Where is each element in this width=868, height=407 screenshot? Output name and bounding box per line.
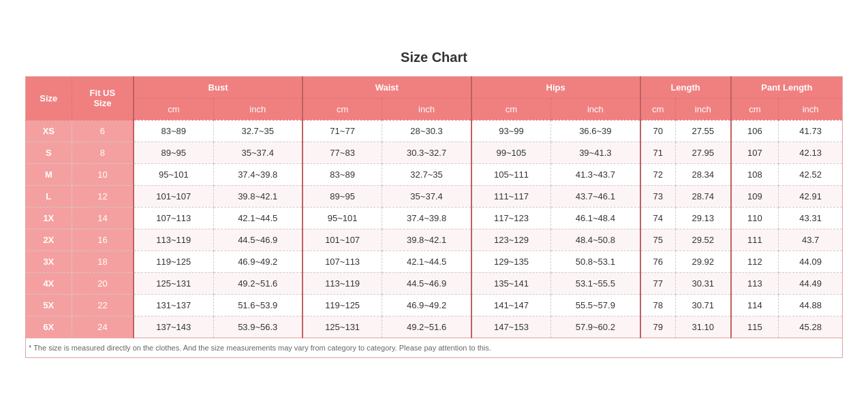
table-cell: 95~101 bbox=[134, 163, 213, 185]
table-cell: 137~143 bbox=[134, 316, 213, 338]
table-cell: 28.34 bbox=[675, 163, 730, 185]
table-cell: 107~113 bbox=[134, 207, 213, 229]
table-cell: 37.4~39.8 bbox=[382, 207, 471, 229]
table-cell: 117~123 bbox=[471, 207, 551, 229]
waist-cm-header: cm bbox=[303, 98, 382, 120]
table-cell: 29.52 bbox=[675, 229, 730, 250]
table-cell: 43.7 bbox=[779, 229, 843, 250]
size-chart-table: Size Fit USSize Bust Waist Hips Length P… bbox=[25, 76, 843, 358]
table-cell: 79 bbox=[640, 316, 676, 338]
table-cell: 20 bbox=[72, 272, 134, 294]
table-cell: 107~113 bbox=[303, 250, 382, 272]
table-cell: 31.10 bbox=[675, 316, 730, 338]
table-cell: 113~119 bbox=[303, 272, 382, 294]
table-cell: 129~135 bbox=[471, 250, 551, 272]
table-cell: 77~83 bbox=[303, 142, 382, 163]
table-cell: 72 bbox=[640, 163, 676, 185]
table-cell: 119~125 bbox=[134, 250, 213, 272]
table-cell: 49.2~51.6 bbox=[213, 272, 303, 294]
table-cell: 43.31 bbox=[779, 207, 843, 229]
table-cell: 3X bbox=[26, 250, 72, 272]
table-cell: 111~117 bbox=[471, 185, 551, 207]
table-cell: 8 bbox=[72, 142, 134, 163]
table-cell: 147~153 bbox=[471, 316, 551, 338]
table-cell: M bbox=[26, 163, 72, 185]
waist-header: Waist bbox=[303, 76, 471, 98]
table-cell: 2X bbox=[26, 229, 72, 250]
table-cell: 75 bbox=[640, 229, 676, 250]
table-cell: 78 bbox=[640, 294, 676, 316]
table-row: 3X18119~12546.9~49.2107~11342.1~44.5129~… bbox=[26, 250, 843, 272]
size-chart-container: Size Chart Size Fit USSize Bust Waist Hi… bbox=[12, 36, 856, 372]
table-cell: 4X bbox=[26, 272, 72, 294]
table-cell: 46.1~48.4 bbox=[551, 207, 640, 229]
table-cell: 106 bbox=[731, 120, 779, 142]
table-cell: 30.71 bbox=[675, 294, 730, 316]
table-row: 1X14107~11342.1~44.595~10137.4~39.8117~1… bbox=[26, 207, 843, 229]
table-cell: 125~131 bbox=[134, 272, 213, 294]
bust-inch-header: inch bbox=[213, 98, 303, 120]
table-cell: 43.7~46.1 bbox=[551, 185, 640, 207]
table-row: 4X20125~13149.2~51.6113~11944.5~46.9135~… bbox=[26, 272, 843, 294]
header-top-row: Size Fit USSize Bust Waist Hips Length P… bbox=[26, 76, 843, 98]
table-cell: 42.91 bbox=[779, 185, 843, 207]
table-cell: 28.74 bbox=[675, 185, 730, 207]
table-cell: 95~101 bbox=[303, 207, 382, 229]
table-cell: 45.28 bbox=[779, 316, 843, 338]
length-inch-header: inch bbox=[675, 98, 730, 120]
table-cell: 74 bbox=[640, 207, 676, 229]
table-cell: S bbox=[26, 142, 72, 163]
table-cell: 42.1~44.5 bbox=[382, 250, 471, 272]
table-cell: XS bbox=[26, 120, 72, 142]
table-row: M1095~10137.4~39.883~8932.7~35105~11141.… bbox=[26, 163, 843, 185]
table-cell: 93~99 bbox=[471, 120, 551, 142]
table-cell: 41.73 bbox=[779, 120, 843, 142]
table-body: XS683~8932.7~3571~7728~30.393~9936.6~397… bbox=[26, 120, 843, 338]
table-cell: 36.6~39 bbox=[551, 120, 640, 142]
hips-header: Hips bbox=[471, 76, 640, 98]
table-cell: 5X bbox=[26, 294, 72, 316]
table-cell: 49.2~51.6 bbox=[382, 316, 471, 338]
table-cell: 53.1~55.5 bbox=[551, 272, 640, 294]
bust-cm-header: cm bbox=[134, 98, 213, 120]
table-cell: 27.55 bbox=[675, 120, 730, 142]
table-cell: 32.7~35 bbox=[382, 163, 471, 185]
table-row: 5X22131~13751.6~53.9119~12546.9~49.2141~… bbox=[26, 294, 843, 316]
table-cell: 29.13 bbox=[675, 207, 730, 229]
table-cell: 24 bbox=[72, 316, 134, 338]
table-cell: 35~37.4 bbox=[213, 142, 303, 163]
hips-inch-header: inch bbox=[551, 98, 640, 120]
table-cell: 12 bbox=[72, 185, 134, 207]
length-header: Length bbox=[640, 76, 731, 98]
table-cell: 131~137 bbox=[134, 294, 213, 316]
table-cell: 89~95 bbox=[134, 142, 213, 163]
table-cell: 83~89 bbox=[303, 163, 382, 185]
table-cell: 110 bbox=[731, 207, 779, 229]
table-cell: 39.8~42.1 bbox=[382, 229, 471, 250]
table-row: S889~9535~37.477~8330.3~32.799~10539~41.… bbox=[26, 142, 843, 163]
table-cell: 42.13 bbox=[779, 142, 843, 163]
waist-inch-header: inch bbox=[382, 98, 471, 120]
table-cell: 77 bbox=[640, 272, 676, 294]
table-cell: 57.9~60.2 bbox=[551, 316, 640, 338]
table-cell: 50.8~53.1 bbox=[551, 250, 640, 272]
table-cell: 22 bbox=[72, 294, 134, 316]
table-cell: 55.5~57.9 bbox=[551, 294, 640, 316]
table-cell: 105~111 bbox=[471, 163, 551, 185]
table-cell: 42.52 bbox=[779, 163, 843, 185]
table-cell: 53.9~56.3 bbox=[213, 316, 303, 338]
table-cell: 109 bbox=[731, 185, 779, 207]
table-cell: 1X bbox=[26, 207, 72, 229]
table-cell: 83~89 bbox=[134, 120, 213, 142]
table-cell: 18 bbox=[72, 250, 134, 272]
pant-length-header: Pant Length bbox=[731, 76, 843, 98]
table-cell: 70 bbox=[640, 120, 676, 142]
table-row: XS683~8932.7~3571~7728~30.393~9936.6~397… bbox=[26, 120, 843, 142]
table-cell: 27.95 bbox=[675, 142, 730, 163]
table-row: L12101~10739.8~42.189~9535~37.4111~11743… bbox=[26, 185, 843, 207]
table-cell: 30.3~32.7 bbox=[382, 142, 471, 163]
pant-cm-header: cm bbox=[731, 98, 779, 120]
footer-note: * The size is measured directly on the c… bbox=[26, 338, 843, 357]
header-sub-row: cm inch cm inch cm inch cm inch cm inch bbox=[26, 98, 843, 120]
table-cell: 99~105 bbox=[471, 142, 551, 163]
